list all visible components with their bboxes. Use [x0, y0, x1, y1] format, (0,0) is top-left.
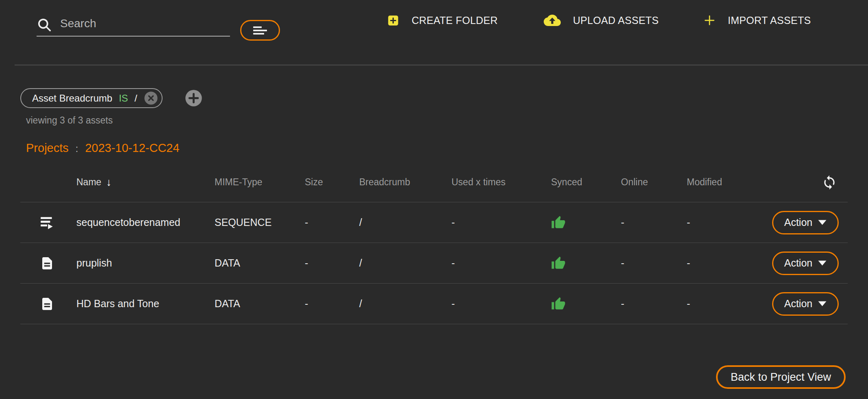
asset-online: - [621, 243, 687, 283]
table-row[interactable]: pruplish DATA - / - - - Action [20, 243, 848, 284]
filter-chip-operator: IS [119, 93, 128, 104]
topbar-divider [15, 65, 868, 65]
chevron-down-icon [818, 301, 827, 306]
action-dropdown-button[interactable]: Action [772, 292, 839, 316]
plus-circle-icon [185, 89, 202, 107]
sort-lines-icon [251, 26, 269, 35]
upload-assets-button[interactable]: UPLOAD ASSETS [544, 11, 659, 30]
thumbs-up-icon [551, 215, 566, 230]
filter-chip-field: Asset Breadcrumb [32, 93, 112, 104]
sort-descending-icon: ↓ [106, 176, 111, 189]
search-filter-toggle-button[interactable] [240, 20, 280, 41]
search-input[interactable] [60, 17, 230, 33]
asset-breadcrumb: / [359, 202, 451, 243]
action-dropdown-button[interactable]: Action [772, 252, 839, 275]
asset-table: Name ↓ MIME-Type Size Breadcrumb Used x … [20, 163, 848, 324]
asset-used-x-times: - [451, 202, 551, 243]
add-box-icon [387, 14, 399, 27]
document-icon [40, 256, 54, 271]
asset-size: - [305, 243, 359, 283]
back-to-project-view-button[interactable]: Back to Project View [716, 365, 846, 389]
column-header-breadcrumb[interactable]: Breadcrumb [359, 163, 451, 202]
chevron-down-icon [818, 220, 827, 225]
asset-synced-status [551, 243, 621, 283]
column-header-name[interactable]: Name ↓ [76, 163, 215, 202]
header-action-area [772, 163, 848, 202]
close-icon [144, 91, 158, 105]
header-type-icon-spacer [20, 163, 76, 202]
upload-assets-label: UPLOAD ASSETS [573, 15, 659, 26]
thumbs-up-icon [551, 297, 566, 311]
sequence-icon [40, 215, 54, 230]
create-folder-button[interactable]: CREATE FOLDER [387, 11, 498, 30]
column-header-online[interactable]: Online [621, 163, 687, 202]
asset-modified: - [687, 243, 772, 283]
column-header-size[interactable]: Size [305, 163, 359, 202]
column-header-name-label: Name [76, 177, 101, 188]
action-dropdown-button[interactable]: Action [772, 211, 839, 234]
add-filter-button[interactable] [185, 89, 202, 107]
refresh-button[interactable] [822, 175, 837, 190]
document-icon [40, 297, 54, 311]
breadcrumb-root-link[interactable]: Projects [26, 141, 69, 155]
asset-size: - [305, 284, 359, 324]
create-folder-label: CREATE FOLDER [412, 15, 498, 26]
asset-name: HD Bars and Tone [76, 284, 215, 324]
asset-name: pruplish [76, 243, 215, 283]
asset-online: - [621, 284, 687, 324]
breadcrumb-current-link[interactable]: 2023-10-12-CC24 [85, 141, 179, 155]
action-label: Action [784, 257, 812, 269]
search-icon [37, 17, 52, 33]
column-header-modified[interactable]: Modified [687, 163, 772, 202]
asset-mime-type: SEQUENCE [215, 202, 305, 243]
column-header-used-x-times[interactable]: Used x times [451, 163, 551, 202]
chevron-down-icon [818, 260, 827, 266]
sync-icon [822, 175, 837, 190]
asset-used-x-times: - [451, 243, 551, 283]
asset-synced-status [551, 202, 621, 243]
asset-synced-status [551, 284, 621, 324]
filter-chip-remove-button[interactable] [144, 91, 158, 105]
thumbs-up-icon [551, 256, 566, 271]
table-header-row: Name ↓ MIME-Type Size Breadcrumb Used x … [20, 163, 848, 202]
asset-modified: - [687, 202, 772, 243]
asset-mime-type: DATA [215, 243, 305, 283]
table-row[interactable]: sequencetoberenamed SEQUENCE - / - - - A… [20, 202, 848, 243]
search-bar [37, 14, 230, 37]
filter-chip-asset-breadcrumb[interactable]: Asset Breadcrumb IS / [20, 88, 163, 108]
asset-size: - [305, 202, 359, 243]
import-assets-label: IMPORT ASSETS [728, 15, 811, 26]
cloud-upload-icon [544, 12, 561, 29]
asset-mime-type: DATA [215, 284, 305, 324]
asset-breadcrumb: / [359, 243, 451, 283]
action-label: Action [784, 217, 812, 228]
asset-used-x-times: - [451, 284, 551, 324]
asset-online: - [621, 202, 687, 243]
import-assets-button[interactable]: IMPORT ASSETS [703, 11, 811, 30]
viewing-summary: viewing 3 of 3 assets [26, 115, 113, 126]
column-header-synced[interactable]: Synced [551, 163, 621, 202]
breadcrumb-separator: : [76, 143, 78, 154]
column-header-mime-type[interactable]: MIME-Type [215, 163, 305, 202]
filter-chip-value: / [135, 93, 137, 104]
asset-breadcrumb: / [359, 284, 451, 324]
action-label: Action [784, 298, 812, 310]
asset-modified: - [687, 284, 772, 324]
table-row[interactable]: HD Bars and Tone DATA - / - - - Action [20, 284, 848, 324]
asset-name: sequencetoberenamed [76, 202, 215, 243]
plus-icon [703, 14, 716, 26]
breadcrumb: Projects : 2023-10-12-CC24 [26, 141, 180, 155]
